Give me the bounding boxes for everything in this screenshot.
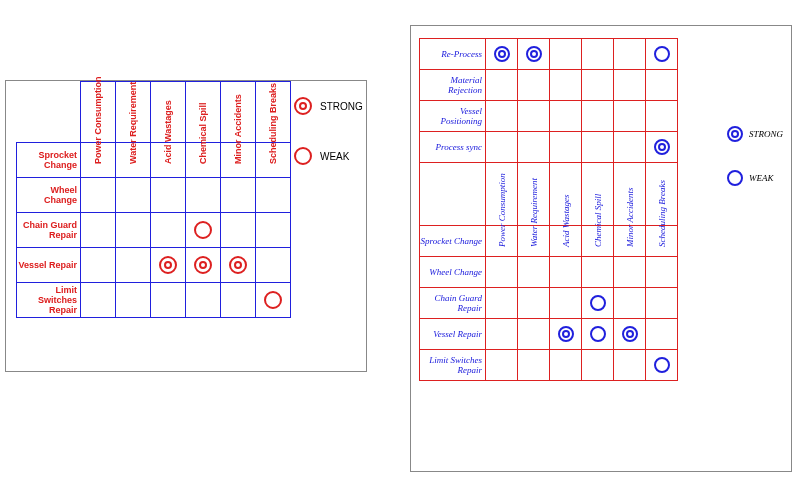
weak-icon bbox=[194, 221, 212, 239]
strong-icon bbox=[494, 46, 510, 62]
legend-strong-label: STRONG bbox=[749, 129, 783, 139]
weak-icon bbox=[654, 357, 670, 373]
strong-icon bbox=[526, 46, 542, 62]
row-header: Wheel Change bbox=[17, 178, 81, 213]
row-header: Re-Process bbox=[420, 39, 486, 70]
row-header: Vessel Positioning bbox=[420, 101, 486, 132]
row-header: Chain Guard Repair bbox=[420, 288, 486, 319]
left-legend: STRONG WEAK bbox=[294, 65, 363, 165]
strong-icon bbox=[194, 256, 212, 274]
col-header-row: Power Consumption Water Requirement Acid… bbox=[17, 82, 291, 143]
strong-icon bbox=[622, 326, 638, 342]
weak-icon bbox=[590, 295, 606, 311]
right-matrix-panel: STRONG WEAK Re-Process Material Rejectio… bbox=[410, 25, 792, 472]
row-header: Vessel Repair bbox=[420, 319, 486, 350]
strong-icon bbox=[558, 326, 574, 342]
strong-icon bbox=[727, 126, 743, 142]
right-legend: STRONG WEAK bbox=[727, 126, 783, 214]
row-header: Sprocket Change bbox=[17, 143, 81, 178]
legend-weak-label: WEAK bbox=[749, 173, 774, 183]
left-matrix: Power Consumption Water Requirement Acid… bbox=[16, 81, 291, 318]
row-header: Sprocket Change bbox=[420, 226, 486, 257]
weak-icon bbox=[294, 147, 312, 165]
left-matrix-panel: STRONG WEAK Power Consumption Water Requ… bbox=[5, 80, 367, 372]
weak-icon bbox=[590, 326, 606, 342]
row-header: Vessel Repair bbox=[17, 248, 81, 283]
row-header: Limit Switches Repair bbox=[17, 283, 81, 318]
row-header: Limit Switches Repair bbox=[420, 350, 486, 381]
strong-icon bbox=[159, 256, 177, 274]
weak-icon bbox=[654, 46, 670, 62]
strong-icon bbox=[229, 256, 247, 274]
right-matrix: Re-Process Material Rejection Vessel Pos… bbox=[419, 38, 678, 381]
strong-icon bbox=[294, 97, 312, 115]
strong-icon bbox=[654, 139, 670, 155]
row-header: Wheel Change bbox=[420, 257, 486, 288]
row-header: Chain Guard Repair bbox=[17, 213, 81, 248]
legend-weak-label: WEAK bbox=[320, 151, 349, 162]
weak-icon bbox=[727, 170, 743, 186]
row-header: Material Rejection bbox=[420, 70, 486, 101]
legend-strong-label: STRONG bbox=[320, 101, 363, 112]
col-header-row: Power Consumption Water Requirement Acid… bbox=[420, 163, 678, 226]
row-header: Process sync bbox=[420, 132, 486, 163]
weak-icon bbox=[264, 291, 282, 309]
